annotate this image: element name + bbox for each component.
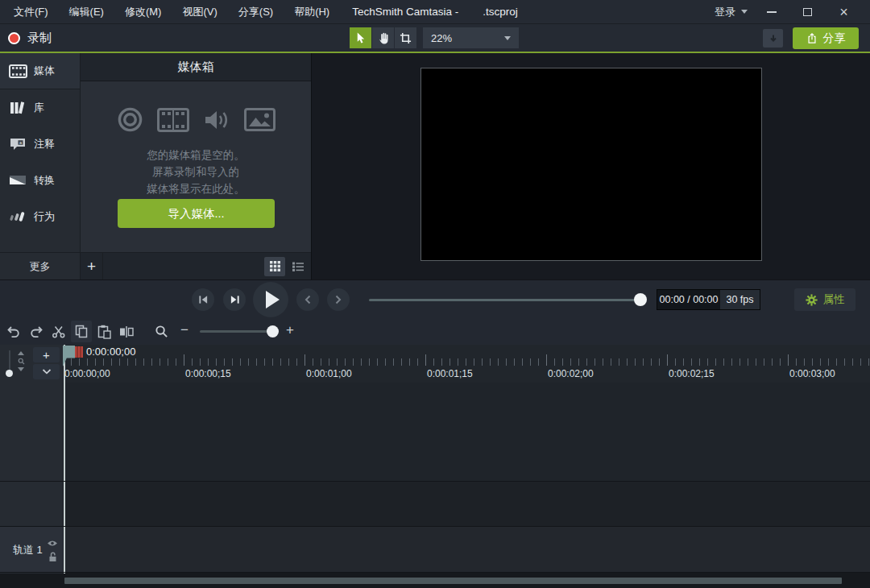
- filmstrip-icon: [157, 108, 189, 132]
- menu-view[interactable]: 视图(V): [172, 0, 227, 24]
- timeline-ruler[interactable]: 0:00:00;00 0:00:00;15 0:00:01;00 0:00:01…: [63, 345, 870, 383]
- canvas-area[interactable]: [311, 53, 870, 280]
- sidebar-item-behaviors[interactable]: 行为: [0, 198, 80, 234]
- close-button[interactable]: ×: [826, 0, 862, 24]
- select-tool-button[interactable]: [350, 27, 371, 48]
- menu-modify[interactable]: 修改(M): [114, 0, 172, 24]
- lane-divider: [0, 526, 870, 527]
- copy-icon: [74, 325, 89, 339]
- canvas-zoom-select[interactable]: 22%: [423, 27, 519, 48]
- time-display-group: 00:00 / 00:00 30 fps: [657, 289, 760, 310]
- sidebar-item-library[interactable]: 库: [0, 89, 80, 126]
- zoom-in-arrow-icon: [18, 351, 24, 355]
- sidebar: 媒体 库 a 注释 转换: [0, 53, 81, 280]
- chevron-down-icon: [741, 10, 748, 14]
- horizontal-scrollbar[interactable]: [64, 578, 842, 584]
- timeline-zoom-button[interactable]: [155, 325, 168, 338]
- sidebar-item-annotations[interactable]: a 注释: [0, 126, 80, 162]
- step-back-button[interactable]: [192, 288, 214, 311]
- menu-edit[interactable]: 编辑(E): [59, 0, 114, 24]
- menu-share[interactable]: 分享(S): [228, 0, 284, 24]
- sidebar-item-media[interactable]: 媒体: [0, 53, 80, 89]
- playhead-line[interactable]: [64, 345, 65, 574]
- seek-slider-thumb[interactable]: [634, 293, 647, 306]
- zoom-out-arrow-icon: [18, 367, 24, 371]
- maximize-button[interactable]: [789, 0, 826, 24]
- record-dot-icon: [8, 32, 20, 44]
- login-button[interactable]: 登录: [715, 5, 748, 19]
- import-media-button[interactable]: 导入媒体...: [118, 199, 275, 228]
- menu-items: 文件(F) 编辑(E) 修改(M) 视图(V) 分享(S) 帮助(H): [0, 0, 340, 24]
- grid-view-button[interactable]: [264, 257, 285, 276]
- media-bin-bottom-bar: +: [81, 252, 311, 280]
- behavior-icon: [8, 209, 27, 225]
- play-icon: [266, 291, 280, 308]
- menu-file[interactable]: 文件(F): [3, 0, 59, 24]
- film-icon: [8, 64, 27, 78]
- list-view-button[interactable]: [288, 257, 309, 276]
- download-button[interactable]: [763, 29, 783, 48]
- seek-slider-track[interactable]: [369, 299, 646, 301]
- record-label: 录制: [27, 31, 52, 46]
- split-button[interactable]: [116, 321, 137, 342]
- share-button[interactable]: 分享: [793, 27, 859, 49]
- sidebar-item-label: 库: [34, 101, 44, 115]
- previous-button[interactable]: [296, 288, 319, 311]
- sidebar-more-button[interactable]: 更多: [0, 252, 80, 280]
- pan-tool-button[interactable]: [372, 27, 394, 48]
- video-preview[interactable]: [420, 68, 762, 261]
- sidebar-item-transitions[interactable]: 转换: [0, 162, 80, 198]
- minimize-icon: [767, 11, 777, 13]
- track-lock-toggle[interactable]: [48, 552, 57, 562]
- window-title: TechSmith Camtasia - .tscproj: [352, 6, 518, 18]
- track-height-slider-thumb[interactable]: [6, 370, 13, 377]
- timeline-toolbar: − +: [0, 318, 870, 345]
- step-forward-icon: [230, 295, 240, 304]
- canvas-tools: [350, 27, 416, 48]
- fps-display[interactable]: 30 fps: [720, 290, 760, 309]
- download-icon: [768, 34, 778, 43]
- undo-button[interactable]: [3, 321, 24, 342]
- cut-button[interactable]: [48, 321, 69, 342]
- track-height-slider-track[interactable]: [9, 350, 10, 372]
- toolbar: 录制 22% 分享: [0, 24, 870, 52]
- record-circle-icon: [117, 106, 143, 133]
- track-1-lane[interactable]: [63, 527, 870, 572]
- paste-icon: [97, 325, 111, 339]
- hand-icon: [377, 31, 390, 44]
- minimize-button[interactable]: [753, 0, 789, 24]
- copy-button[interactable]: [71, 321, 92, 342]
- empty-text-line: 媒体将显示在此处。: [81, 180, 311, 197]
- play-button[interactable]: [253, 282, 288, 317]
- track-1-header[interactable]: 轨道 1: [0, 527, 63, 572]
- timeline-empty-lane[interactable]: [63, 383, 870, 481]
- properties-button[interactable]: 属性: [794, 288, 856, 311]
- add-media-button[interactable]: +: [81, 253, 103, 280]
- track-height-zoom-control[interactable]: [16, 351, 26, 371]
- track-visibility-toggle[interactable]: [47, 540, 58, 547]
- menu-help[interactable]: 帮助(H): [284, 0, 340, 24]
- audio-icon: [203, 108, 230, 132]
- step-forward-button[interactable]: [223, 288, 246, 311]
- crop-tool-button[interactable]: [395, 27, 416, 48]
- ruler-label: 0:00:03;00: [789, 368, 835, 379]
- transition-icon: [8, 174, 27, 186]
- ruler-major-ticks: [63, 354, 870, 366]
- timeline-empty-lane[interactable]: [63, 482, 870, 526]
- edit-icons: [3, 321, 137, 342]
- track-options-button[interactable]: [33, 364, 60, 379]
- playhead-grip[interactable]: [75, 346, 83, 358]
- empty-text-line: 您的媒体箱是空的。: [81, 147, 311, 164]
- paste-button[interactable]: [93, 321, 114, 342]
- crop-icon: [400, 32, 412, 44]
- timeline-zoom-in-button[interactable]: +: [286, 322, 294, 338]
- redo-button[interactable]: [26, 321, 47, 342]
- window-controls: ×: [753, 0, 862, 24]
- add-track-button[interactable]: +: [33, 347, 60, 362]
- record-button[interactable]: 录制: [8, 24, 52, 52]
- playhead-time: 0:00:00;00: [86, 346, 135, 358]
- library-icon: [8, 101, 27, 115]
- timeline-zoom-slider-thumb[interactable]: [267, 325, 279, 337]
- next-button[interactable]: [327, 288, 350, 311]
- timeline-zoom-out-button[interactable]: −: [180, 322, 188, 338]
